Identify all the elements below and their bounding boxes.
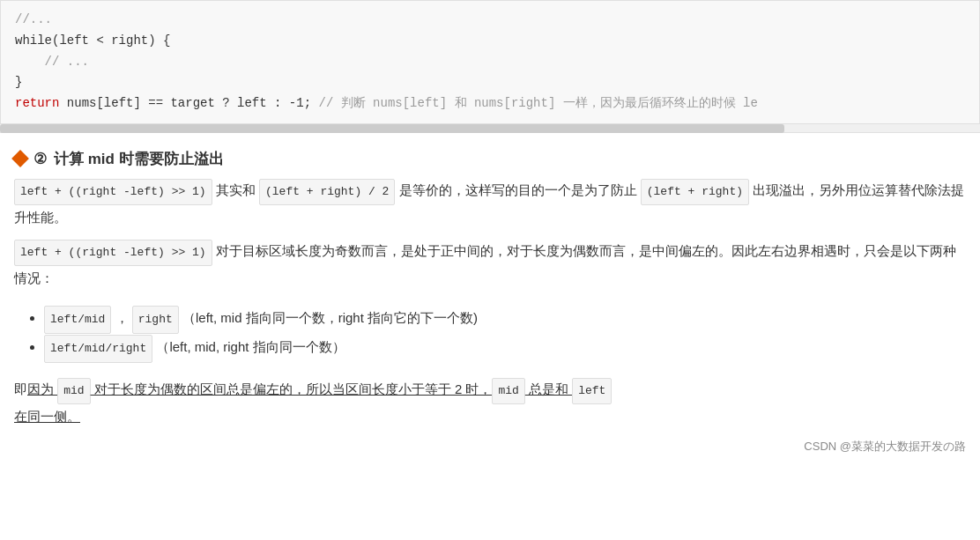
bottom-paragraph: 即因为 mid 对于长度为偶数的区间总是偏左的，所以当区间长度小于等于 2 时，… <box>0 368 980 436</box>
footer-credit: CSDN @菜菜的大数据开发の路 <box>0 435 980 462</box>
code-bullet1-2: right <box>132 306 179 334</box>
bullet1-text: （left, mid 指向同一个数，right 指向它的下一个数) <box>182 310 478 325</box>
p3-text4: 在同一侧。 <box>14 409 80 424</box>
code-line-inner-comment: // ... <box>15 52 965 73</box>
p3-text2: 对于长度为偶数的区间总是偏左的，所以当区间长度小于等于 2 时， <box>91 381 493 396</box>
code-bullet2-1: left/mid/right <box>44 335 152 363</box>
code-line-comment: //... <box>15 10 965 31</box>
p1-text1: 其实和 <box>216 182 259 197</box>
p1-text2: 是等价的，这样写的目的一个是为了防止 <box>399 182 637 197</box>
scrollbar[interactable] <box>0 124 980 133</box>
section-number: ② <box>33 150 47 168</box>
list-item-2: left/mid/right （left, mid, right 指向同一个数） <box>44 334 966 363</box>
bullet1-sep: ， <box>115 310 129 325</box>
scrollbar-thumb[interactable] <box>0 124 784 133</box>
code-line-return: return nums[left] == target ? left : -1;… <box>15 93 965 115</box>
paragraph-1: left + ((right -left) >> 1) 其实和 (left + … <box>0 178 980 230</box>
p3-text3: 总是和 <box>525 381 572 396</box>
code-bullet1-1: left/mid <box>44 306 111 334</box>
code-line-while: while(left < right) { <box>15 31 965 52</box>
section-heading: ② 计算 mid 时需要防止溢出 <box>0 133 980 178</box>
diamond-icon <box>11 151 29 168</box>
code-p1-3: (left + right) <box>641 179 749 205</box>
list-item-1: left/mid ， right （left, mid 指向同一个数，right… <box>44 305 966 334</box>
code-p3-1: mid <box>57 378 90 404</box>
code-p3-3: left <box>572 378 612 404</box>
p3-text1: 即因为 <box>14 381 57 396</box>
paragraph-2: left + ((right -left) >> 1) 对于目标区域长度为奇数而… <box>0 239 980 291</box>
code-p2-1: left + ((right -left) >> 1) <box>14 240 212 266</box>
section-title: 计算 mid 时需要防止溢出 <box>54 149 224 169</box>
code-p1-1: left + ((right -left) >> 1) <box>14 179 212 205</box>
code-block-top: //... while(left < right) { // ... } ret… <box>0 0 980 124</box>
bullet2-text: （left, mid, right 指向同一个数） <box>156 339 345 354</box>
footer-text: CSDN @菜菜的大数据开发の路 <box>804 440 966 453</box>
code-line-brace: } <box>15 72 965 93</box>
bullet-list: left/mid ， right （left, mid 指向同一个数，right… <box>0 300 980 368</box>
code-p3-2: mid <box>492 378 524 404</box>
code-p1-2: (left + right) / 2 <box>259 179 395 205</box>
